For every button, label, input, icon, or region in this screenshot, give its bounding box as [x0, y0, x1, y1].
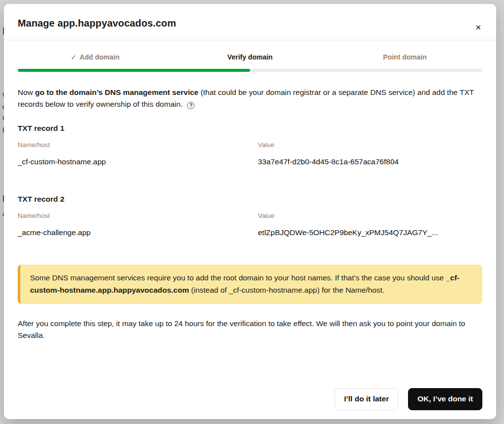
- done-button[interactable]: OK, I’ve done it: [408, 388, 482, 410]
- name-host-column-header: Name/host: [18, 141, 258, 149]
- completion-note: After you complete this step, it may tak…: [18, 318, 482, 341]
- intro-text-start: Now: [18, 88, 35, 96]
- warning-callout: Some DNS management services require you…: [18, 265, 482, 304]
- intro-bold-text: go to the domain’s DNS management servic…: [35, 88, 198, 96]
- intro-paragraph: Now go to the domain’s DNS management se…: [18, 87, 482, 110]
- txt-record-2-name: _acme-challenge.app: [18, 228, 258, 237]
- name-host-column-header: Name/host: [18, 212, 258, 219]
- dialog-footer: I’ll do it later OK, I’ve done it: [4, 388, 496, 419]
- txt-record-1-table: Name/host Value _cf-custom-hostname.app …: [18, 141, 482, 166]
- txt-record-1: TXT record 1 Name/host Value _cf-custom-…: [18, 124, 482, 166]
- manage-domain-dialog: Manage app.happyavocados.com ✕ ✓Add doma…: [4, 4, 496, 419]
- stepper: ✓Add domain Verify domain Point domain: [18, 53, 482, 61]
- step-point-domain-label: Point domain: [383, 53, 427, 61]
- dialog-body: Now go to the domain’s DNS management se…: [4, 72, 496, 341]
- value-column-header: Value: [258, 141, 482, 149]
- close-icon: ✕: [475, 23, 481, 31]
- value-column-header: Value: [258, 212, 482, 219]
- txt-record-2-value: etlZpBJQDWe-5OHC2P9beKy_xPMJ54Q7JAG7Y_..…: [258, 228, 482, 237]
- txt-record-2-heading: TXT record 2: [18, 195, 482, 204]
- txt-record-1-name: _cf-custom-hostname.app: [18, 157, 258, 166]
- step-verify-domain: Verify domain: [173, 53, 328, 61]
- txt-record-2-table: Name/host Value _acme-challenge.app etlZ…: [18, 212, 482, 237]
- stepper-section: ✓Add domain Verify domain Point domain: [4, 40, 496, 72]
- txt-record-1-heading: TXT record 1: [18, 124, 482, 133]
- dialog-header: Manage app.happyavocados.com ✕: [4, 4, 496, 40]
- txt-record-1-value: 33a7e47f-d2b0-4d45-8c1a-657aca76f804: [258, 157, 482, 166]
- warning-text-end: (instead of _cf-custom-hostname.app) for…: [189, 286, 384, 294]
- step-add-domain-label: Add domain: [80, 53, 120, 61]
- step-add-domain: ✓Add domain: [18, 53, 173, 61]
- help-icon[interactable]: ?: [187, 102, 194, 109]
- later-button[interactable]: I’ll do it later: [335, 388, 398, 410]
- check-icon: ✓: [71, 54, 76, 61]
- step-point-domain: Point domain: [327, 53, 482, 61]
- close-button[interactable]: ✕: [472, 21, 484, 34]
- warning-text-start: Some DNS management services require you…: [30, 273, 446, 282]
- txt-record-2: TXT record 2 Name/host Value _acme-chall…: [18, 195, 482, 237]
- dialog-title: Manage app.happyavocados.com: [18, 18, 482, 29]
- step-verify-domain-label: Verify domain: [227, 53, 273, 61]
